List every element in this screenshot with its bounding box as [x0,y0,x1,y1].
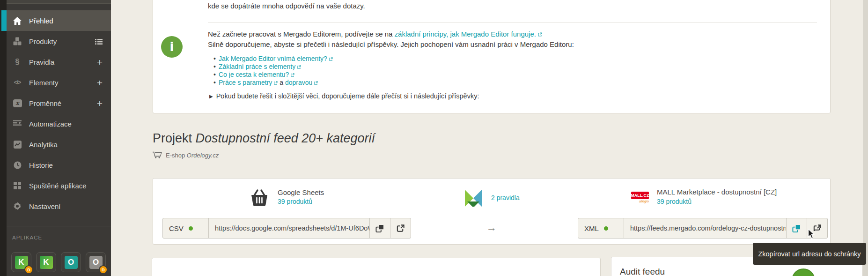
products-cubes-icon [12,37,22,45]
cart-icon [153,151,162,160]
sidebar-item-promenne[interactable]: x Proměnné + [7,93,111,113]
sidebar-item-label: Nastavení [29,202,103,210]
apps-section-heading: APLIKACE [12,235,42,240]
format-label-text: CSV [169,224,184,232]
sidebar-item-pravidla[interactable]: § Pravidla + [7,52,111,72]
flow-arrow-icon: → [486,222,497,234]
variable-x-icon: x [12,99,22,107]
intro-line-2: Silně doporučujeme, abyste si přečetli i… [208,40,574,49]
app-tile-o2[interactable]: O D [86,252,106,272]
xml-copy-button[interactable] [786,218,807,238]
list-item: Jak Mergado Editor vnímá elementy? [208,55,333,63]
output-title: MALL Marketplace - dostupnostní [CZ] [657,188,777,196]
running-apps-grid-icon [12,182,22,189]
xml-url-group: XML https://feeds.mergado.com/ordelogy-c… [578,218,828,239]
sidebar-item-elementy[interactable]: </> Elementy + [7,72,111,93]
intro-bullet-list: Jak Mergado Editor vnímá elementy? Zákla… [208,55,333,87]
bullet-link-basic-work[interactable]: Základní práce s elementy [219,63,295,70]
bullet-link-element-path[interactable]: Co je cesta k elementu? [219,71,289,78]
analytics-chart-icon [12,141,22,149]
bullet-link-parameters[interactable]: Práce s parametry [219,79,272,86]
external-link-icon [297,63,301,71]
external-link-icon [329,55,333,63]
project-label: Projekt [153,131,196,145]
source-products-link[interactable]: 39 produktů [278,198,312,205]
status-dot-green [189,226,193,231]
sidebar-item-label: Produkty [29,37,95,45]
mall-logo-subtext: allegro [631,200,649,203]
eshop-text: E-shop Ordelogy.cz [166,152,219,159]
product-list-icon[interactable] [95,37,103,46]
list-item: Co je cesta k elementu? [208,71,333,79]
app-tile-o1[interactable]: O [61,252,81,272]
app-k-logo: K [40,256,53,269]
xml-format-label: XML [578,218,624,238]
status-dot-green [604,226,608,231]
plus-icon[interactable]: + [97,98,103,108]
app-tiles: K D K O O D [11,252,106,272]
sidebar-item-analytika[interactable]: Analytika [7,134,111,155]
sidebar-item-nastaveni[interactable]: Nastavení [7,196,111,216]
sidebar-item-historie[interactable]: Historie [7,155,111,175]
sidebar-item-label: Elementy [29,79,97,87]
bullet-link-elements-view[interactable]: Jak Mergado Editor vnímá elementy? [219,55,327,62]
bottom-left-panel [152,258,601,276]
disclosure-triangle-icon: ▶ [209,94,213,99]
bullet-link-shipping[interactable]: dopravou [285,79,312,86]
page-title: Projekt Dostupnostní feed 20+ kategorií [153,131,375,146]
bullet-join-text: a [278,79,285,86]
project-name: Dostupnostní feed 20+ kategorií [196,131,375,145]
sidebar-item-label: Přehled [29,17,103,25]
sidebar-item-label: Historie [29,161,103,169]
collapsed-section-toggle[interactable]: ▶ Pokud budete řešit i složitější věci, … [209,92,479,100]
history-clock-icon [12,161,22,169]
sidebar-item-spustene-aplikace[interactable]: Spuštěné aplikace [7,175,111,196]
intro-card: kde se dopátráte mnoha odpovědí na vaše … [153,0,831,113]
sidebar-divider [7,226,111,226]
gear-icon [12,202,22,210]
mall-logo-text: MALL.CZ [631,192,649,199]
home-icon [12,16,22,25]
csv-open-link-button[interactable] [390,218,411,238]
list-item: Práce s parametry a dopravou [208,79,333,87]
sidebar-top-divider [7,0,111,4]
feed-card: Google Sheets 39 produktů 2 pravidla MAL… [153,178,831,245]
csv-url-text[interactable]: https://docs.google.com/spreadsheets/d/1… [209,218,369,238]
sidebar-item-automatizace[interactable]: Automatizace [7,113,111,134]
audit-title: Audit feedu [620,267,665,276]
plus-icon[interactable]: + [97,57,103,67]
basic-principles-link[interactable]: základní principy, jak Mergado Editor fu… [395,30,536,38]
plus-icon[interactable]: + [97,78,103,88]
sidebar-item-label: Proměnné [29,99,97,107]
external-link-icon [537,30,542,39]
sidebar-item-label: Pravidla [29,58,97,66]
info-icon: i [161,36,183,58]
source-title: Google Sheets [278,188,324,196]
mall-logo: MALL.CZ allegro [631,192,649,203]
csv-copy-button[interactable] [369,218,390,238]
page-scrollbar[interactable] [863,0,868,276]
xml-url-text[interactable]: https://feeds.mergado.com/ordelogy-cz-do… [624,218,786,238]
code-icon: </> [12,79,22,86]
collapsed-section-label: Pokud budete řešit i složitější věci, do… [216,92,479,100]
mouse-cursor [807,229,816,241]
sidebar-item-label: Spuštěné aplikace [29,182,103,190]
mergado-logo [464,188,483,209]
eshop-name: Ordelogy.cz [187,152,219,159]
sidebar-item-prehled[interactable]: Přehled [7,10,111,31]
rules-link[interactable]: 2 pravidla [491,194,520,201]
app-tile-k1[interactable]: K D [11,252,31,272]
external-link-icon [273,79,278,87]
csv-url-group: CSV https://docs.google.com/spreadsheets… [162,218,411,239]
external-link-icon [314,79,318,87]
sidebar-item-label: Analytika [29,141,103,149]
list-item: Základní práce s elementy [208,63,333,71]
section-sign-icon: § [12,57,22,67]
app-tile-k2[interactable]: K [36,252,56,272]
sidebar-item-label: Automatizace [29,120,103,128]
intro-top-line: kde se dopátráte mnoha odpovědí na vaše … [208,1,365,11]
automation-list-icon [12,120,22,127]
sidebar-item-produkty[interactable]: Produkty [7,31,111,52]
output-products-link[interactable]: 39 produktů [657,198,691,205]
sidebar: Přehled Produkty § Pravidla [0,0,111,276]
